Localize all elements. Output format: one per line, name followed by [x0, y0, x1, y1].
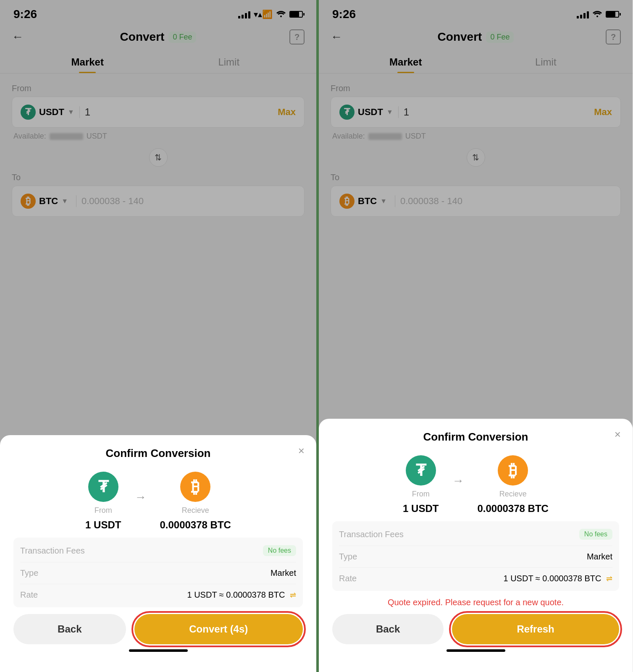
- type-val-right: Market: [587, 552, 612, 562]
- modal-sheet-right: Confirm Conversion × ₮ From 1 USDT → ₿ R…: [319, 419, 633, 672]
- back-button-modal-right[interactable]: Back: [332, 614, 444, 644]
- modal-close-right[interactable]: ×: [615, 429, 621, 440]
- refresh-button-right[interactable]: Refresh: [452, 614, 619, 644]
- rate-swap-icon-right[interactable]: ⇌: [606, 575, 612, 583]
- home-bar-right: [447, 649, 505, 652]
- left-phone-panel: 9:26 ▾▴📶 ← Convert 0 Fee ?: [0, 0, 316, 672]
- home-indicator-left: [13, 644, 303, 655]
- fees-row-left: Transaction Fees No fees: [20, 539, 296, 562]
- conversion-from-left: ₮ From 1 USDT: [85, 472, 121, 531]
- conversion-btc-icon-right: ₿: [498, 455, 528, 486]
- rate-val-left: 1 USDT ≈ 0.0000378 BTC ⇌: [187, 590, 296, 600]
- fees-val-right: No fees: [579, 529, 612, 540]
- fees-key-left: Transaction Fees: [20, 546, 85, 556]
- conversion-to-right: ₿ Recieve 0.0000378 BTC: [477, 455, 548, 514]
- modal-close-left[interactable]: ×: [298, 445, 305, 456]
- conversion-from-sublabel-left: From: [95, 506, 112, 515]
- back-button-modal-left[interactable]: Back: [13, 614, 126, 644]
- conversion-receive-amount-right: 0.0000378 BTC: [477, 503, 548, 514]
- type-key-left: Type: [20, 568, 38, 578]
- home-bar-left: [129, 649, 188, 652]
- fees-key-right: Transaction Fees: [339, 530, 404, 539]
- type-key-right: Type: [339, 552, 357, 562]
- rate-swap-icon-left[interactable]: ⇌: [290, 591, 296, 599]
- rate-key-left: Rate: [20, 590, 38, 600]
- conversion-usdt-icon-left: ₮: [88, 472, 118, 502]
- modal-sheet-left: Confirm Conversion × ₮ From 1 USDT → ₿ R…: [0, 435, 316, 672]
- rate-key-right: Rate: [339, 574, 357, 583]
- conversion-icons-row-right: ₮ From 1 USDT → ₿ Recieve 0.0000378 BTC: [332, 455, 619, 514]
- right-phone-panel: 9:26 ← Convert 0 Fee ?: [316, 0, 633, 672]
- conversion-arrow-left: →: [134, 491, 146, 504]
- home-indicator-right: [332, 644, 619, 655]
- modal-title-left: Confirm Conversion: [13, 447, 303, 460]
- conversion-btc-icon-left: ₿: [180, 472, 210, 502]
- fees-row-right: Transaction Fees No fees: [339, 523, 612, 546]
- conversion-from-right: ₮ From 1 USDT: [403, 455, 439, 514]
- modal-title-right: Confirm Conversion: [332, 430, 619, 444]
- conversion-icons-row-left: ₮ From 1 USDT → ₿ Recieve 0.0000378 BTC: [13, 472, 303, 531]
- rate-val-right: 1 USDT ≈ 0.0000378 BTC ⇌: [503, 574, 612, 583]
- details-table-left: Transaction Fees No fees Type Market Rat…: [13, 538, 303, 607]
- details-table-right: Transaction Fees No fees Type Market Rat…: [332, 521, 619, 591]
- modal-overlay-left: Confirm Conversion × ₮ From 1 USDT → ₿ R…: [0, 0, 316, 672]
- conversion-receive-sublabel-right: Recieve: [499, 490, 527, 499]
- modal-overlay-right: Confirm Conversion × ₮ From 1 USDT → ₿ R…: [319, 0, 633, 672]
- type-row-right: Type Market: [339, 546, 612, 568]
- conversion-from-amount-left: 1 USDT: [85, 519, 121, 531]
- type-row-left: Type Market: [20, 562, 296, 584]
- convert-button-left[interactable]: Convert (4s): [134, 614, 303, 644]
- conversion-receive-sublabel-left: Recieve: [182, 506, 209, 515]
- buttons-row-left: Back Convert (4s): [13, 614, 303, 644]
- quote-expired-text-right: Quote expired. Please request for a new …: [332, 598, 619, 607]
- fees-val-left: No fees: [263, 545, 296, 556]
- rate-row-right: Rate 1 USDT ≈ 0.0000378 BTC ⇌: [339, 568, 612, 589]
- conversion-to-left: ₿ Recieve 0.0000378 BTC: [160, 472, 231, 531]
- buttons-row-right: Back Refresh: [332, 614, 619, 644]
- conversion-arrow-right: →: [452, 474, 464, 488]
- type-val-left: Market: [271, 568, 296, 578]
- conversion-from-sublabel-right: From: [412, 490, 430, 499]
- conversion-from-amount-right: 1 USDT: [403, 503, 439, 514]
- rate-row-left: Rate 1 USDT ≈ 0.0000378 BTC ⇌: [20, 584, 296, 606]
- conversion-usdt-icon-right: ₮: [406, 455, 436, 486]
- conversion-receive-amount-left: 0.0000378 BTC: [160, 519, 231, 531]
